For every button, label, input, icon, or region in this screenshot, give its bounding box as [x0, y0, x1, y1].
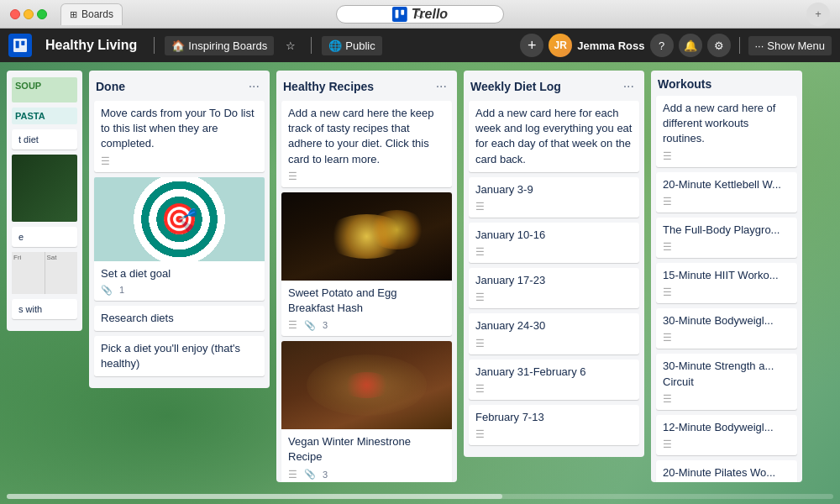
board-content: SOUP PASTA t diet e Fri Sat s with [0, 62, 840, 504]
card-sp-desc-icon: ☰ [288, 319, 297, 331]
partial-card-pasta[interactable]: PASTA [12, 108, 77, 124]
public-btn[interactable]: 🌐 Public [322, 36, 381, 55]
card-feb7-meta: ☰ [475, 428, 633, 440]
card-recipes-desc-text: Add a new card here the keep track of ta… [288, 106, 445, 167]
card-jan31-meta: ☰ [475, 383, 633, 395]
card-jan24[interactable]: January 24-30 ☰ [469, 313, 639, 354]
browser-tab[interactable]: ⊞ Boards [60, 3, 123, 25]
partial-card-veg[interactable] [12, 155, 77, 222]
settings-btn[interactable]: ⚙ [707, 34, 731, 57]
card-kettlebell[interactable]: 20-Minute Kettlebell W... ☰ [656, 172, 797, 213]
tab-grid-icon: ⊞ [70, 9, 77, 20]
maximize-button[interactable] [37, 9, 47, 19]
globe-icon: 🌐 [328, 39, 342, 52]
card-feb7-title: February 7-13 [475, 410, 633, 425]
card-vegan-winter[interactable]: Vegan Winter Minestrone Recipe ☰ 📎 3 [281, 341, 452, 482]
card-full-body[interactable]: The Full-Body Playgro... ☰ [656, 218, 797, 258]
show-menu-btn[interactable]: ··· Show Menu [748, 36, 832, 55]
scrollbar-thumb [7, 494, 502, 499]
tab-label: Boards [81, 8, 113, 20]
close-button[interactable] [10, 9, 20, 19]
card-bodyweight1-meta: ☰ [663, 332, 790, 344]
list-healthy-recipes-inner: Healthy Recipes ··· Add a new card here … [276, 71, 457, 482]
list-diet-title: Weekly Diet Log [470, 80, 561, 93]
card-feb7[interactable]: February 7-13 ☰ [469, 405, 639, 445]
list-healthy-recipes: Healthy Recipes ··· Add a new card here … [276, 71, 457, 482]
app-toolbar: Healthy Living 🏠 Inspiring Boards ☆ 🌐 Pu… [0, 29, 840, 62]
card-sweet-potato-body: Sweet Potato and Egg Breakfast Hash ☰ 📎 … [281, 281, 452, 336]
card-jan10-meta: ☰ [475, 246, 633, 258]
partial-card-soup[interactable]: SOUP [12, 77, 77, 102]
card-pick-diet[interactable]: Pick a diet you'll enjoy (that's healthy… [94, 336, 265, 376]
card-jan17[interactable]: January 17-23 ☰ [469, 268, 639, 308]
card-pilates[interactable]: 20-Minute Pilates Wo... ☰ [656, 460, 797, 482]
list-done-menu[interactable]: ··· [245, 77, 263, 96]
card-done-description[interactable]: Move cards from your To Do list to this … [94, 101, 265, 172]
card-bodyweight1[interactable]: 30-Minute Bodyweigl... ☰ [656, 308, 797, 349]
list-done-title: Done [96, 80, 125, 93]
card-set-diet-goal[interactable]: Set a diet goal 📎 1 [94, 177, 265, 301]
card-strength[interactable]: 30-Minute Strength a... Circuit ☰ [656, 354, 797, 409]
list-workouts-inner: Workouts Add a new card here of differen… [651, 71, 802, 482]
card-jan31[interactable]: January 31-February 6 ☰ [469, 360, 639, 400]
title-bar: ⊞ Boards Trello + [0, 0, 840, 29]
card-jan10[interactable]: January 10-16 ☰ [469, 223, 639, 263]
card-workouts-description[interactable]: Add a new card here of different workout… [656, 96, 797, 167]
list-recipes-menu[interactable]: ··· [433, 77, 450, 96]
list-done-inner: Done ··· Move cards from your To Do list… [89, 71, 270, 388]
horizontal-scrollbar[interactable] [7, 494, 833, 499]
card-hiit-meta: ☰ [663, 286, 790, 298]
card-vegan-image [281, 341, 452, 429]
card-strength-meta: ☰ [663, 393, 790, 405]
help-btn[interactable]: ? [650, 34, 674, 57]
card-sp-paperclip: 📎 [304, 320, 316, 331]
card-target-image [94, 177, 265, 261]
list-workouts-header: Workouts [656, 77, 797, 96]
partial-card-table[interactable]: Fri Sat [12, 252, 77, 294]
card-workouts-desc-text: Add a new card here of different workout… [663, 101, 790, 147]
list-diet-menu[interactable]: ··· [620, 77, 638, 96]
card-vegan-title: Vegan Winter Minestrone Recipe [288, 434, 445, 465]
card-recipes-description[interactable]: Add a new card here the keep track of ta… [281, 101, 452, 187]
partial-card-diet[interactable]: t diet [12, 129, 77, 150]
partial-card-ins[interactable]: s with [12, 299, 77, 319]
partial-card-e[interactable]: e [12, 227, 77, 247]
add-tab-button[interactable]: + [806, 3, 830, 26]
user-name: Jemma Ross [577, 39, 644, 52]
card-diet-description[interactable]: Add a new card here for each week and lo… [469, 101, 639, 172]
list-workouts-title: Workouts [658, 77, 711, 91]
svg-rect-6 [16, 41, 19, 49]
card-research-diets-title: Research diets [101, 311, 258, 326]
card-pilates-title: 20-Minute Pilates Wo... [663, 465, 790, 480]
add-button[interactable]: + [520, 34, 543, 57]
list-partial: SOUP PASTA t diet e Fri Sat s with [7, 71, 82, 331]
card-kettlebell-icon: ☰ [663, 196, 672, 207]
card-vegan-paperclip: 📎 [304, 469, 316, 480]
card-hiit-title: 15-Minute HIIT Worko... [663, 268, 790, 283]
minimize-button[interactable] [24, 9, 34, 19]
card-sp-count: 3 [323, 320, 328, 330]
inspiring-boards-btn[interactable]: 🏠 Inspiring Boards [165, 36, 274, 55]
card-bodyweight2-meta: ☰ [663, 438, 790, 450]
card-jan3-title: January 3-9 [475, 182, 633, 197]
card-feb7-icon: ☰ [475, 428, 485, 440]
card-jan3[interactable]: January 3-9 ☰ [469, 177, 639, 218]
card-vegan-body: Vegan Winter Minestrone Recipe ☰ 📎 3 [281, 429, 452, 482]
card-strength-icon: ☰ [663, 393, 672, 405]
svg-rect-3 [396, 9, 399, 18]
card-research-diets[interactable]: Research diets [94, 306, 265, 331]
card-desc-icon: ☰ [101, 155, 110, 167]
notifications-btn[interactable]: 🔔 [679, 34, 702, 57]
card-workouts-desc-meta: ☰ [663, 150, 790, 162]
card-sweet-potato[interactable]: Sweet Potato and Egg Breakfast Hash ☰ 📎 … [281, 192, 452, 336]
card-jan10-title: January 10-16 [475, 228, 633, 243]
card-vegan-count: 3 [323, 470, 328, 480]
card-jan24-title: January 24-30 [475, 318, 633, 333]
list-weekly-diet-inner: Weekly Diet Log ··· Add a new card here … [464, 71, 644, 457]
star-btn[interactable]: ☆ [281, 36, 301, 55]
user-avatar[interactable]: JR [549, 34, 572, 57]
card-hiit[interactable]: 15-Minute HIIT Worko... ☰ [656, 263, 797, 303]
card-full-body-title: The Full-Body Playgro... [663, 223, 790, 238]
card-bodyweight2[interactable]: 12-Minute Bodyweigl... ☰ [656, 415, 797, 455]
paperclip-icon: 📎 [101, 285, 113, 296]
